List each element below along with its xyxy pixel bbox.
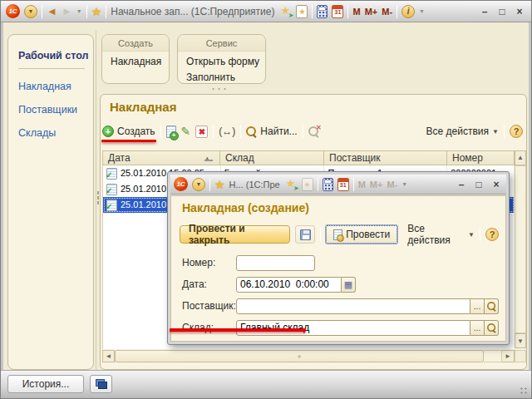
info-dropdown-icon[interactable]: ▼	[419, 8, 425, 14]
calculator-icon[interactable]	[317, 5, 328, 18]
system-menu-button[interactable]	[24, 5, 37, 18]
dialog-help-button[interactable]: ?	[485, 228, 499, 241]
chevron-down-icon: ▼	[492, 128, 499, 135]
add-to-favorites-icon[interactable]	[284, 178, 298, 190]
vertical-scrollbar-track[interactable]	[515, 165, 526, 333]
memory-m-minus-button[interactable]: M-	[382, 7, 392, 17]
sessions-button[interactable]	[90, 375, 112, 393]
field-row-date: Дата: ▦	[182, 276, 499, 293]
history-dropdown-icon[interactable]: ▼	[76, 8, 82, 14]
save-button[interactable]	[295, 225, 315, 244]
command-group-create: Создать Накладная	[101, 34, 170, 84]
number-label: Номер:	[182, 257, 236, 268]
date-field[interactable]	[237, 278, 341, 292]
column-header-warehouse[interactable]: Склад	[220, 150, 324, 165]
history-button[interactable]: История...	[7, 375, 84, 393]
calculator-icon[interactable]	[323, 178, 333, 191]
all-actions-button[interactable]: Все действия ▼	[426, 126, 499, 137]
supplier-label: Поставщик:	[182, 300, 236, 312]
dialog-minimize-button[interactable]: –	[455, 180, 468, 190]
system-menu-button[interactable]	[192, 178, 205, 191]
titlebar-separator	[312, 5, 313, 18]
scrollbar-corner	[515, 350, 526, 362]
horizontal-scrollbar[interactable]: ◄ ►	[102, 350, 515, 362]
memory-m-plus-button[interactable]: M+	[365, 7, 378, 17]
1c-logo-icon[interactable]: 1С	[174, 177, 188, 191]
favorites-star-icon[interactable]: ★	[91, 6, 102, 17]
edit-pencil-icon[interactable]: ✎	[181, 126, 191, 137]
command-open-form[interactable]: Открыть форму	[186, 56, 265, 67]
forward-arrow-icon[interactable]: ►	[62, 6, 72, 17]
list-toolbar: + Создать ✎ ✖ (↔) Найти... ✕ Все действи…	[102, 122, 523, 140]
memory-m-minus-button[interactable]: M-	[387, 180, 397, 190]
create-button[interactable]: + Создать	[102, 126, 155, 137]
dialog-maximize-button[interactable]: □	[472, 180, 485, 190]
dialog-close-button[interactable]: ×	[490, 180, 503, 190]
favorites-list-icon[interactable]	[302, 178, 313, 191]
command-fill[interactable]: Заполнить	[186, 71, 265, 83]
number-field[interactable]	[237, 256, 314, 270]
sidebar-item-postavshchiki[interactable]: Поставщики	[18, 104, 93, 116]
warehouse-field[interactable]	[237, 321, 470, 335]
table-header: Дата Склад Поставщик Номер ▲	[102, 150, 526, 165]
cell-date: 25.01.2010	[121, 197, 166, 213]
sidebar-item-sklady[interactable]: Склады	[18, 127, 93, 139]
copy-document-icon[interactable]	[166, 126, 176, 138]
help-button[interactable]: ?	[510, 125, 523, 138]
cancel-search-icon[interactable]: ✕	[308, 126, 319, 137]
warehouse-search-button[interactable]	[485, 320, 499, 336]
date-picker-button[interactable]: ▦	[342, 277, 356, 293]
more-dropdown-icon[interactable]: ▼	[401, 181, 407, 187]
scroll-right-button[interactable]: ►	[502, 350, 515, 362]
dialog-all-actions-button[interactable]: Все действия ▼	[407, 223, 475, 246]
post-and-close-button[interactable]: Провести и закрыть	[180, 225, 290, 244]
sidebar-item-nakladnaya[interactable]: Накладная	[18, 81, 93, 92]
column-header-supplier[interactable]: Поставщик	[324, 150, 447, 165]
titlebar-separator	[353, 178, 354, 191]
dialog-window-title: Н... (1С:Пре	[229, 180, 280, 190]
dialog-body: Накладная (создание) Провести и закрыть …	[170, 195, 506, 342]
memory-m-plus-button[interactable]: M+	[370, 180, 383, 190]
dialog-form-title: Накладная (создание)	[182, 201, 309, 214]
resize-grip[interactable]	[520, 387, 528, 395]
titlebar-separator	[42, 5, 42, 18]
document-posted-icon	[106, 184, 117, 195]
titlebar-separator	[397, 5, 397, 18]
maximize-button[interactable]: □	[495, 7, 509, 17]
favorites-list-icon[interactable]	[296, 5, 308, 18]
command-create-nakladnaya[interactable]: Накладная	[111, 56, 169, 67]
column-header-date[interactable]: Дата	[102, 150, 220, 165]
warehouse-lookup-button[interactable]: ...	[470, 320, 485, 336]
add-to-favorites-icon[interactable]	[278, 5, 292, 17]
command-bar-grip[interactable]	[210, 87, 229, 91]
scroll-left-button[interactable]: ◄	[102, 350, 115, 362]
close-button[interactable]: ×	[513, 7, 526, 17]
date-label: Дата:	[182, 278, 236, 290]
back-arrow-icon[interactable]: ◄	[47, 6, 57, 17]
column-header-number[interactable]: Номер	[447, 150, 515, 165]
supplier-search-button[interactable]	[485, 298, 499, 314]
memory-m-button[interactable]: M	[352, 7, 360, 17]
sections-header: Рабочий стол	[18, 50, 93, 62]
1c-logo-icon[interactable]: 1С	[6, 4, 20, 18]
favorites-star-icon[interactable]: ★	[214, 179, 225, 190]
number-input-wrap	[236, 255, 315, 271]
command-group-service: Сервис Открыть форму Заполнить	[177, 34, 266, 84]
scroll-down-button[interactable]: ▼	[515, 333, 526, 348]
post-button[interactable]: Провести	[326, 225, 397, 244]
set-interval-icon[interactable]: (↔)	[219, 126, 235, 137]
minimize-button[interactable]: –	[478, 7, 491, 17]
info-button[interactable]: i	[401, 5, 415, 18]
calendar-icon[interactable]	[337, 178, 349, 191]
scrollbar-track-gap[interactable]	[484, 350, 502, 362]
calendar-icon[interactable]	[332, 5, 343, 18]
scroll-up-button[interactable]: ▲	[515, 150, 526, 165]
create-button-label: Создать	[117, 126, 155, 137]
delete-icon[interactable]: ✖	[195, 126, 208, 138]
supplier-lookup-button[interactable]: ...	[470, 298, 485, 314]
find-button[interactable]: Найти...	[246, 126, 297, 137]
memory-m-button[interactable]: M	[358, 180, 366, 190]
horizontal-scroll-thumb[interactable]	[115, 350, 484, 362]
all-actions-label: Все действия	[407, 223, 465, 246]
supplier-field[interactable]	[237, 299, 470, 313]
